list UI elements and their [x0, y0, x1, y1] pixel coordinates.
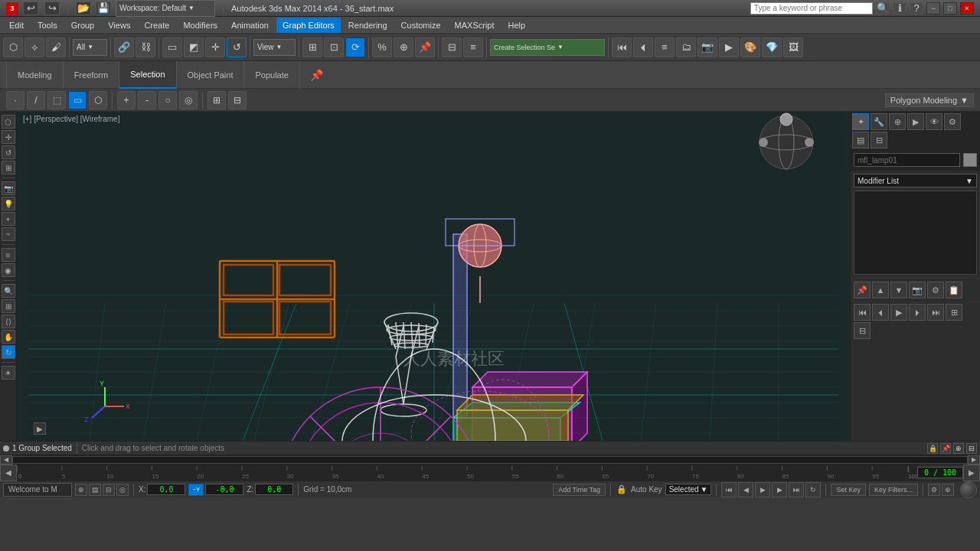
- modifier-list-dropdown[interactable]: Modifier List ▼: [854, 174, 977, 187]
- rp-icon-copy[interactable]: 📋: [946, 282, 962, 298]
- nav-sphere[interactable]: [960, 481, 977, 498]
- key-filters-btn[interactable]: Key Filters...: [869, 484, 918, 496]
- add-time-tag-btn[interactable]: Add Time Tag: [553, 484, 606, 496]
- pb-loop[interactable]: ↻: [805, 482, 821, 497]
- spinner-snap[interactable]: ⊕: [394, 37, 413, 57]
- snap-status[interactable]: 📌: [940, 443, 951, 454]
- key-lock-icon[interactable]: 🔒: [616, 484, 628, 496]
- ctrl-icon4[interactable]: ◎: [116, 484, 129, 496]
- menu-edit[interactable]: Edit: [3, 18, 30, 33]
- percent-snap[interactable]: %: [372, 37, 392, 57]
- rp-icon-pin[interactable]: 📌: [854, 282, 871, 298]
- undo-btn[interactable]: ↩: [23, 2, 38, 15]
- menu-create[interactable]: Create: [138, 18, 175, 33]
- lp-sun[interactable]: ☀: [2, 366, 15, 380]
- rp-icon-camera[interactable]: 📷: [909, 282, 926, 298]
- viewport-play-btn[interactable]: ▶: [34, 422, 46, 435]
- rp-tab-motion[interactable]: ▶: [907, 113, 924, 130]
- time-extra-btn[interactable]: ⊕: [942, 484, 954, 496]
- tab-modeling[interactable]: Modeling: [6, 61, 64, 89]
- tl-scroll-track[interactable]: [12, 456, 968, 464]
- object-name-input[interactable]: [854, 153, 960, 167]
- time-config-btn[interactable]: ⚙: [928, 484, 940, 496]
- lp-select[interactable]: ⬡: [2, 115, 15, 129]
- lp-helper[interactable]: +: [2, 212, 15, 226]
- tl-scroll-left-btn[interactable]: ◀: [0, 465, 17, 481]
- scale-uniform[interactable]: ⊞: [302, 37, 322, 57]
- status-btn3[interactable]: ⊕: [953, 443, 964, 454]
- menu-animation[interactable]: Animation: [225, 18, 275, 33]
- render-frame[interactable]: 🖼: [783, 37, 803, 57]
- lock-icon[interactable]: 🔒: [927, 443, 938, 454]
- save-btn[interactable]: 💾: [96, 2, 111, 15]
- x-value[interactable]: 0,0: [147, 484, 185, 495]
- playback-prev[interactable]: ⏴: [633, 37, 653, 57]
- tb2-icon2[interactable]: ⊟: [228, 91, 247, 109]
- ctrl-icon1[interactable]: ⊕: [75, 484, 87, 496]
- paint-select[interactable]: 🖌: [46, 37, 66, 57]
- help-btn[interactable]: ?: [910, 2, 923, 15]
- mirror-tool[interactable]: ⊟: [442, 37, 462, 57]
- move-tool[interactable]: ✛: [205, 37, 225, 57]
- rotate-tool[interactable]: ↺: [227, 37, 247, 57]
- rp-icon-config[interactable]: ⚙: [927, 282, 944, 298]
- menu-tools[interactable]: Tools: [31, 18, 64, 33]
- tl-scroll-left[interactable]: ◀: [0, 455, 12, 465]
- rp-icon-extra2[interactable]: ⊟: [854, 322, 871, 339]
- selected-dropdown[interactable]: Selected ▼: [665, 484, 712, 495]
- rp-playback-next[interactable]: ⏵: [909, 304, 926, 321]
- tl-scroll-right[interactable]: ▶: [968, 455, 980, 465]
- lasso-select[interactable]: ⟡: [24, 37, 44, 57]
- lp-rotate[interactable]: ↺: [2, 145, 15, 159]
- rp-tab-hierarchy[interactable]: ⊕: [889, 113, 906, 130]
- pb-go-start[interactable]: ⏮: [721, 482, 737, 497]
- menu-rendering[interactable]: Rendering: [342, 18, 394, 33]
- element-mode[interactable]: ⬡: [89, 91, 107, 109]
- pb-play[interactable]: ▶: [755, 482, 770, 497]
- rp-tab-display[interactable]: 👁: [926, 113, 942, 130]
- rp-tab-extra2[interactable]: ⊟: [871, 132, 887, 148]
- playback-first[interactable]: ⏮: [612, 37, 632, 57]
- vertex-mode[interactable]: ·: [6, 91, 24, 109]
- named-selection-dropdown[interactable]: Create Selection Se▼: [490, 39, 605, 56]
- lp-display[interactable]: ◉: [2, 263, 15, 277]
- ctrl-icon2[interactable]: ▤: [89, 484, 101, 496]
- shrink-selection[interactable]: -: [138, 91, 156, 109]
- render-scene[interactable]: 📷: [697, 37, 717, 57]
- angle-snap[interactable]: ⟳: [345, 37, 365, 57]
- rp-icon-move-up[interactable]: ▲: [872, 282, 889, 298]
- quick-render[interactable]: ▶: [719, 37, 739, 57]
- tab-selection[interactable]: Selection: [119, 61, 176, 89]
- menu-modifiers[interactable]: Modifiers: [177, 18, 224, 33]
- lp-move[interactable]: ✛: [2, 130, 15, 144]
- menu-views[interactable]: Views: [102, 18, 136, 33]
- unlink-btn[interactable]: ⛓: [136, 37, 155, 57]
- lp-pan[interactable]: ✋: [2, 330, 15, 344]
- lp-field-of-view[interactable]: ⟨⟩: [2, 315, 15, 328]
- rp-playback-last[interactable]: ⏭: [927, 304, 944, 321]
- border-mode[interactable]: ⬚: [47, 91, 66, 109]
- menu-graph-editors[interactable]: Graph Editors: [276, 18, 341, 33]
- open-btn[interactable]: 📂: [76, 2, 91, 15]
- rp-playback-play[interactable]: ▶: [890, 304, 907, 321]
- timeline-counter[interactable]: 0 / 100: [917, 467, 963, 478]
- lp-zoom-extents[interactable]: ⊞: [2, 299, 15, 313]
- timeline-bar[interactable]: 0 5 10 15 20 25 30 35 40 45 50: [17, 465, 917, 481]
- tl-scroll-right-btn[interactable]: ▶: [963, 465, 980, 481]
- search-btn[interactable]: 🔍: [876, 2, 890, 15]
- minimize-button[interactable]: −: [926, 2, 940, 15]
- polygon-modeling-label[interactable]: Polygon Modeling ▼: [885, 93, 974, 107]
- place-tool[interactable]: 📌: [415, 37, 435, 57]
- lp-scale[interactable]: ⊞: [2, 161, 15, 174]
- status-btn4[interactable]: ⊟: [966, 443, 977, 454]
- info-btn[interactable]: ℹ: [893, 2, 906, 15]
- ctrl-icon3[interactable]: ⊟: [103, 484, 115, 496]
- maximize-button[interactable]: □: [943, 2, 957, 15]
- filter-dropdown[interactable]: All▼: [73, 39, 107, 56]
- y-value[interactable]: -0,0: [205, 484, 243, 495]
- viewport[interactable]: [+] [Perspective] [Wireframe]: [17, 112, 850, 441]
- ribbon-pin[interactable]: 📌: [306, 64, 328, 86]
- menu-maxscript[interactable]: MAXScript: [449, 18, 501, 33]
- pb-prev-frame[interactable]: ◀: [738, 482, 753, 497]
- rp-tab-create[interactable]: ✦: [852, 113, 869, 130]
